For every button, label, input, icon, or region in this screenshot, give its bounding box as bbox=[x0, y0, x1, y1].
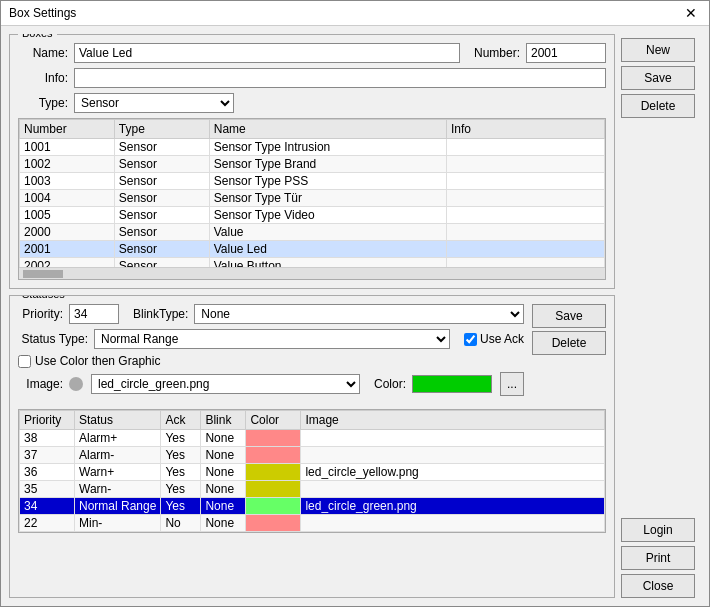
login-button[interactable]: Login bbox=[621, 518, 695, 542]
number-input[interactable] bbox=[526, 43, 606, 63]
boxes-table-container: Number Type Name Info 1001SensorSensor T… bbox=[18, 118, 606, 280]
blinktype-label: BlinkType: bbox=[133, 307, 188, 321]
statuses-group-title: Statuses bbox=[18, 295, 69, 300]
info-row: Info: bbox=[18, 68, 606, 88]
window-close-button[interactable]: ✕ bbox=[681, 5, 701, 21]
print-button[interactable]: Print bbox=[621, 546, 695, 570]
name-input[interactable] bbox=[74, 43, 460, 63]
title-bar: Box Settings ✕ bbox=[1, 1, 709, 26]
s-col-blink: Blink bbox=[201, 411, 246, 430]
type-label: Type: bbox=[18, 96, 68, 110]
name-row: Name: Number: bbox=[18, 43, 606, 63]
table-row[interactable]: 1003SensorSensor Type PSS bbox=[20, 173, 605, 190]
table-row[interactable]: 1005SensorSensor Type Video bbox=[20, 207, 605, 224]
priority-blinktype-row: Priority: BlinkType: None bbox=[18, 304, 524, 324]
table-row[interactable]: 2002SensorValue Button bbox=[20, 258, 605, 268]
priority-input[interactable] bbox=[69, 304, 119, 324]
save-button[interactable]: Save bbox=[621, 66, 695, 90]
col-type: Type bbox=[114, 120, 209, 139]
blinktype-select[interactable]: None bbox=[194, 304, 524, 324]
color-picker-button[interactable]: ... bbox=[500, 372, 524, 396]
right-panel: New Save Delete Login Print Close bbox=[621, 34, 701, 598]
table-row[interactable]: 1002SensorSensor Type Brand bbox=[20, 156, 605, 173]
col-number: Number bbox=[20, 120, 115, 139]
table-row[interactable]: 2000SensorValue bbox=[20, 224, 605, 241]
s-col-priority: Priority bbox=[20, 411, 75, 430]
col-info: Info bbox=[446, 120, 604, 139]
statuses-table-container: Priority Status Ack Blink Color Image 38… bbox=[18, 409, 606, 533]
status-type-select[interactable]: Normal Range bbox=[94, 329, 450, 349]
delete-button[interactable]: Delete bbox=[621, 94, 695, 118]
status-save-delete: Save Delete bbox=[532, 304, 606, 355]
table-row[interactable]: 38Alarm+YesNone bbox=[20, 430, 605, 447]
status-type-label: Status Type: bbox=[18, 332, 88, 346]
statuses-table: Priority Status Ack Blink Color Image 38… bbox=[19, 410, 605, 532]
close-button[interactable]: Close bbox=[621, 574, 695, 598]
box-settings-window: Box Settings ✕ Boxes Name: Number: Info: bbox=[0, 0, 710, 607]
window-title: Box Settings bbox=[9, 6, 76, 20]
statuses-group: Statuses Priority: BlinkType: None S bbox=[9, 295, 615, 598]
type-row: Type: Sensor bbox=[18, 93, 606, 113]
table-row[interactable]: 36Warn+YesNoneled_circle_yellow.png bbox=[20, 464, 605, 481]
number-label: Number: bbox=[474, 46, 520, 60]
statuses-table-scroll[interactable]: Priority Status Ack Blink Color Image 38… bbox=[19, 410, 605, 532]
table-row[interactable]: 2001SensorValue Led bbox=[20, 241, 605, 258]
image-select[interactable]: led_circle_green.png bbox=[91, 374, 360, 394]
table-row[interactable]: 37Alarm-YesNone bbox=[20, 447, 605, 464]
color-box bbox=[412, 375, 492, 393]
use-ack-text: Use Ack bbox=[480, 332, 524, 346]
table-row[interactable]: 1001SensorSensor Type Intrusion bbox=[20, 139, 605, 156]
s-col-image: Image bbox=[301, 411, 605, 430]
type-select[interactable]: Sensor bbox=[74, 93, 234, 113]
statuses-delete-button[interactable]: Delete bbox=[532, 331, 606, 355]
table-row[interactable]: 22Min-NoNone bbox=[20, 515, 605, 532]
col-name: Name bbox=[209, 120, 446, 139]
color-label: Color: bbox=[374, 377, 406, 391]
statuses-top: Priority: BlinkType: None Status Type: N… bbox=[18, 304, 606, 401]
boxes-group-title: Boxes bbox=[18, 34, 57, 39]
use-color-label: Use Color then Graphic bbox=[35, 354, 160, 368]
image-row: Image: led_circle_green.png Color: ... bbox=[18, 372, 524, 396]
info-label: Info: bbox=[18, 71, 68, 85]
table-row[interactable]: 35Warn-YesNone bbox=[20, 481, 605, 498]
image-color-dot bbox=[69, 377, 83, 391]
boxes-group: Boxes Name: Number: Info: Type: Sensor bbox=[9, 34, 615, 289]
use-ack-label: Use Ack bbox=[464, 332, 524, 346]
status-type-row: Status Type: Normal Range Use Ack bbox=[18, 329, 524, 349]
use-color-row: Use Color then Graphic bbox=[18, 354, 524, 368]
horizontal-scrollbar[interactable] bbox=[19, 267, 605, 279]
main-content: Boxes Name: Number: Info: Type: Sensor bbox=[1, 26, 709, 606]
priority-label: Priority: bbox=[18, 307, 63, 321]
spacer bbox=[621, 122, 701, 514]
s-col-color: Color bbox=[246, 411, 301, 430]
use-ack-checkbox[interactable] bbox=[464, 333, 477, 346]
statuses-save-button[interactable]: Save bbox=[532, 304, 606, 328]
use-color-checkbox[interactable] bbox=[18, 355, 31, 368]
info-input[interactable] bbox=[74, 68, 606, 88]
left-panel: Boxes Name: Number: Info: Type: Sensor bbox=[9, 34, 615, 598]
table-row[interactable]: 34Normal RangeYesNoneled_circle_green.pn… bbox=[20, 498, 605, 515]
boxes-table: Number Type Name Info 1001SensorSensor T… bbox=[19, 119, 605, 267]
name-label: Name: bbox=[18, 46, 68, 60]
table-row[interactable]: 1004SensorSensor Type Tür bbox=[20, 190, 605, 207]
s-col-ack: Ack bbox=[161, 411, 201, 430]
s-col-status: Status bbox=[75, 411, 161, 430]
new-button[interactable]: New bbox=[621, 38, 695, 62]
image-label: Image: bbox=[18, 377, 63, 391]
statuses-form: Priority: BlinkType: None Status Type: N… bbox=[18, 304, 524, 401]
